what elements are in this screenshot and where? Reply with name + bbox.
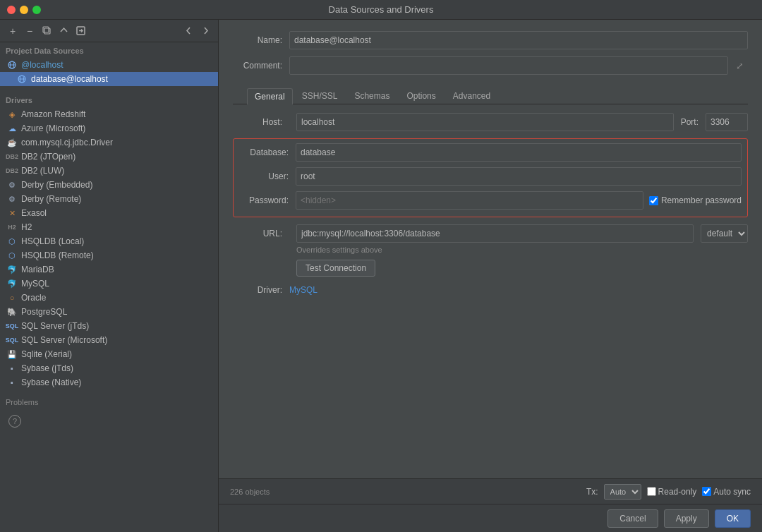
driver-azure[interactable]: ☁ Azure (Microsoft) [0,121,218,135]
driver-mysql[interactable]: 🐬 MySQL [0,277,218,291]
move-up-button[interactable] [56,24,71,38]
name-input[interactable] [289,31,748,49]
driver-mariadb[interactable]: 🐬 MariaDB [0,262,218,277]
move-external-button[interactable] [73,24,87,38]
help-button[interactable]: ? [8,415,21,428]
autosync-checkbox[interactable] [702,487,711,496]
main-layout: + − [0,20,762,532]
overrides-hint: Overrides settings above [296,246,748,254]
objects-count: 226 objects [230,488,270,496]
comment-row: Comment: ⤢ [233,56,748,75]
driver-sqlserver-jtds[interactable]: SQL SQL Server (jTds) [0,319,218,333]
tab-ssh-ssl[interactable]: SSH/SSL [294,87,346,104]
autosync-text: Auto sync [713,487,751,497]
sybase-native-icon: ▪ [7,377,17,387]
driver-derby-embedded[interactable]: ⚙ Derby (Embedded) [0,178,218,192]
drivers-section-header: Drivers [0,92,218,107]
tab-schemas[interactable]: Schemas [346,87,397,104]
sidebar-item-localhost[interactable]: @localhost [0,58,218,72]
comment-input[interactable] [289,56,728,75]
driver-sqlite[interactable]: 💾 Sqlite (Xerial) [0,347,218,361]
driver-link[interactable]: MySQL [289,285,318,295]
database-label: database@localhost [31,74,108,84]
readonly-label: Read-only [647,487,697,497]
comysql-icon: ☕ [7,138,17,147]
close-button[interactable] [7,6,16,14]
add-button[interactable]: + [6,24,20,38]
driver-sybase-native[interactable]: ▪ Sybase (Native) [0,375,218,389]
driver-label: Driver: [233,285,289,295]
port-input[interactable] [706,113,748,131]
remove-button[interactable]: − [23,24,37,38]
driver-sybase-jtds[interactable]: ▪ Sybase (jTds) [0,361,218,375]
sqlserver-jtds-icon: SQL [7,321,17,331]
sidebar-item-database[interactable]: database@localhost [0,72,218,86]
driver-exasol[interactable]: ✕ Exasol [0,206,218,220]
expand-button[interactable]: ⤢ [731,57,748,74]
sybase-jtds-icon: ▪ [7,363,17,373]
tx-select[interactable]: Auto [604,484,641,500]
copy-button[interactable] [40,24,54,38]
driver-db2-luw[interactable]: DB2 DB2 (LUW) [0,164,218,178]
traffic-lights [7,6,41,14]
ok-button[interactable]: OK [715,509,751,528]
right-panel: Name: Comment: ⤢ General SSH/SSL Schemas… [219,20,762,532]
password-input[interactable] [296,191,643,210]
form-area: Name: Comment: ⤢ General SSH/SSL Schemas… [219,20,762,478]
svg-rect-0 [44,28,50,34]
apply-button[interactable]: Apply [664,509,709,528]
driver-derby-remote[interactable]: ⚙ Derby (Remote) [0,192,218,206]
postgresql-icon: 🐘 [7,307,17,317]
bottom-bar: 226 objects Tx: Auto Read-only Auto sync [219,478,762,504]
nav-fwd-button[interactable] [198,24,212,38]
azure-icon: ☁ [7,123,17,133]
credentials-box: Database: User: Password: R [233,138,748,217]
driver-h2[interactable]: H2 H2 [0,220,218,234]
tab-content: Host: Port: Database: [233,104,748,295]
name-label: Name: [233,35,289,45]
readonly-text: Read-only [658,487,697,497]
cancel-button[interactable]: Cancel [607,509,658,528]
database-label: Database: [239,147,296,157]
port-label: Port: [681,117,698,127]
driver-oracle[interactable]: ○ Oracle [0,291,218,305]
nav-arrows [181,24,212,38]
driver-hsqldb-remote[interactable]: ⬡ HSQLDB (Remote) [0,248,218,262]
project-section-header: Project Data Sources [0,42,218,58]
sqlserver-ms-icon: SQL [7,335,17,345]
driver-com-mysql[interactable]: ☕ com.mysql.cj.jdbc.Driver [0,135,218,150]
remember-password-checkbox[interactable] [649,196,658,205]
driver-db2-jtopen[interactable]: DB2 DB2 (JTOpen) [0,150,218,164]
h2-icon: H2 [7,222,17,232]
driver-hsqldb-local[interactable]: ⬡ HSQLDB (Local) [0,234,218,248]
url-label: URL: [233,229,289,238]
minimize-button[interactable] [20,6,28,14]
tab-advanced[interactable]: Advanced [445,87,498,104]
database-row: Database: [234,143,747,162]
readonly-checkbox[interactable] [647,487,656,496]
driver-sqlserver-ms[interactable]: SQL SQL Server (Microsoft) [0,333,218,347]
tab-options[interactable]: Options [399,87,443,104]
nav-back-button[interactable] [181,24,195,38]
database-input[interactable] [296,143,742,162]
hsqldb-local-icon: ⬡ [7,236,17,246]
tabs-bar: General SSH/SSL Schemas Options Advanced [233,82,748,104]
name-row: Name: [233,31,748,49]
remember-password-row: Remember password [649,195,742,205]
url-input[interactable] [296,224,694,243]
driver-postgresql[interactable]: 🐘 PostgreSQL [0,305,218,319]
tab-general[interactable]: General [247,88,293,104]
host-input-wrap [296,113,674,131]
title-bar: Data Sources and Drivers [0,0,762,20]
url-mode-select[interactable]: default [701,224,748,243]
password-row: Password: Remember password [234,191,747,210]
remember-password-label: Remember password [661,195,742,205]
user-input[interactable] [296,167,742,186]
maximize-button[interactable] [32,6,41,14]
test-connection-button[interactable]: Test Connection [296,260,375,277]
host-input[interactable] [296,113,674,131]
db2luw-icon: DB2 [7,166,17,176]
problems-section: Problems [0,394,218,408]
mysql-icon: 🐬 [7,279,17,289]
driver-amazon-redshift[interactable]: ◈ Amazon Redshift [0,107,218,121]
